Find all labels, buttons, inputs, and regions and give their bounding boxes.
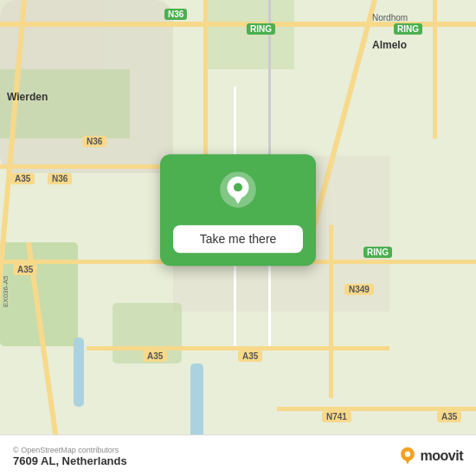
copyright-text: © OpenStreetMap contributors [13,446,127,454]
moovit-logo: moovit [398,447,463,466]
road [87,346,389,351]
bottom-bar: © OpenStreetMap contributors 7609 AL, Ne… [0,434,476,476]
road-label-ex036: EX036-A5 [2,276,10,307]
road [433,0,437,138]
road [0,22,476,27]
popup-card[interactable]: Take me there [160,154,316,266]
moovit-logo-text: moovit [421,448,463,464]
water-feature [74,338,84,407]
road [277,407,476,411]
green-area [208,0,294,69]
location-pin-icon [216,171,260,215]
svg-point-2 [234,183,242,192]
bottom-left: © OpenStreetMap contributors 7609 AL, Ne… [13,444,127,467]
road-minor [268,0,271,156]
green-area [113,303,182,363]
road [329,225,333,398]
svg-point-6 [404,451,409,456]
svg-marker-5 [403,456,411,464]
address-text: 7609 AL, Netherlands [13,454,127,467]
take-me-there-button[interactable]: Take me there [173,225,303,253]
road [203,0,208,173]
map-container: Wierden Almelo Nordhom N36 RING RING N36… [0,0,476,476]
moovit-pin-icon [398,447,417,466]
